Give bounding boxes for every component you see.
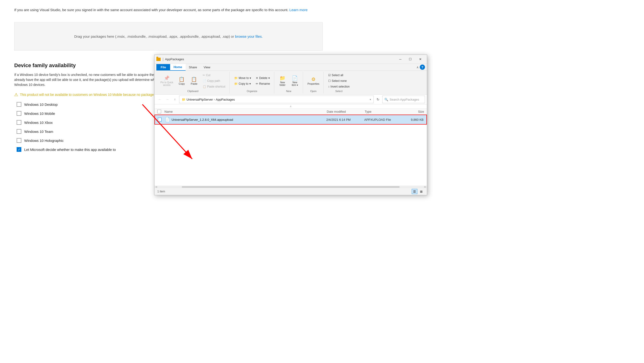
file-date: 2/4/2021 6:14 PM [326, 118, 364, 122]
select-none-icon: ☐ [328, 79, 331, 82]
cut-icon: ✂ [203, 74, 205, 77]
delete-label: Delete [259, 76, 268, 80]
title-bar-controls: ─ ☐ ✕ [396, 56, 425, 63]
table-row[interactable]: 📄 UniversalFtpServer_1.2.8.0_X64.appxupl… [154, 114, 427, 124]
new-folder-label: Newfolder [280, 81, 286, 86]
properties-icon: ⚙ [311, 77, 316, 82]
header-checkbox[interactable] [157, 110, 164, 114]
horizontal-scrollbar[interactable] [154, 186, 427, 188]
select-all-label: Select all [332, 74, 343, 77]
paste-shortcut-button[interactable]: 📋 Paste shortcut [200, 84, 228, 89]
back-button[interactable]: ← [156, 96, 163, 103]
device-label: Windows 10 Team [24, 130, 53, 134]
device-checkbox-let-microsoft[interactable]: ✓ [16, 147, 21, 152]
item-count: 1 item [157, 190, 165, 193]
file-list-header: Name Date modified Type Size [154, 109, 427, 114]
move-to-label: Move to [239, 76, 249, 80]
up-button[interactable]: ↑ [172, 96, 178, 103]
ribbon-group-open: ⚙ Properties Open [304, 72, 324, 94]
ribbon-nav-up[interactable]: ∧ [416, 66, 419, 69]
device-label: Windows 10 Mobile [24, 112, 55, 116]
scroll-left-indicator [156, 186, 157, 188]
ribbon-group-new: 📁 Newfolder 📄 Newitem ▾ New [275, 72, 303, 94]
copy-to-chevron: ▾ [250, 82, 251, 86]
address-dropdown-chevron[interactable]: ▾ [370, 98, 371, 101]
help-button[interactable]: ? [420, 64, 425, 70]
paste-button[interactable]: 📋 Paste [188, 76, 200, 86]
address-path[interactable]: 📁 UniversalFtpServer › AppPackages ▾ [179, 96, 374, 103]
column-header-size[interactable]: Size [400, 110, 424, 114]
pin-icon: 📌 [164, 76, 170, 80]
title-bar-separator: | [162, 57, 164, 62]
column-header-type[interactable]: Type [365, 110, 400, 114]
learn-more-link[interactable]: Learn more [290, 8, 308, 12]
tab-share[interactable]: Share [186, 64, 200, 70]
column-header-date[interactable]: Date modified [327, 110, 365, 114]
paste-icon: 📋 [191, 77, 197, 82]
drop-zone: Drag your packages here (.msix, .msixbun… [14, 22, 323, 50]
copy-to-icon: 📁 [234, 82, 238, 86]
large-icon-view-button[interactable]: ⊞ [418, 189, 424, 194]
file-size: 9,860 KB [400, 118, 424, 122]
copy-path-label: Copy path [207, 79, 220, 82]
new-item-button[interactable]: 📄 Newitem ▾ [289, 74, 301, 88]
search-icon: 🔍 [384, 98, 388, 101]
refresh-button[interactable]: ↻ [375, 96, 381, 103]
window-title: AppPackages [165, 58, 184, 61]
file-list-body: 📄 UniversalFtpServer_1.2.8.0_X64.appxupl… [154, 114, 427, 186]
pin-to-quick-access-button[interactable]: 📌 Pin to Quickaccess [158, 74, 175, 88]
minimize-button[interactable]: ─ [396, 56, 405, 63]
copy-path-button[interactable]: 📄 Copy path [200, 78, 228, 84]
device-checkbox-desktop[interactable] [16, 102, 21, 107]
path-part-2: AppPackages [216, 98, 235, 101]
info-banner: If you are using Visual Studio, be sure … [14, 7, 318, 13]
invert-selection-button[interactable]: ↕ Invert selection [326, 84, 352, 89]
open-items: ⚙ Properties [306, 72, 322, 89]
new-folder-button[interactable]: 📁 Newfolder [277, 74, 288, 88]
warning-icon: ⚠ [14, 92, 18, 97]
device-checkbox-xbox[interactable] [16, 120, 21, 125]
address-bar: ← → ↑ 📁 UniversalFtpServer › AppPackages… [154, 95, 427, 104]
scroll-thumb[interactable] [182, 186, 400, 188]
select-all-button[interactable]: ☑ Select all [326, 72, 352, 78]
file-name: UniversalFtpServer_1.2.8.0_X64.appxuploa… [172, 118, 233, 122]
cut-button[interactable]: ✂ Cut [200, 72, 228, 78]
copy-to-button[interactable]: 📁 Copy to ▾ [232, 81, 254, 86]
ribbon: File Home Share View ∧ ? 📌 Pin to Quicka… [154, 64, 427, 95]
copy-path-icon: 📄 [203, 79, 206, 82]
folder-icon [156, 58, 161, 61]
delete-chevron: ▾ [268, 76, 270, 80]
ribbon-tabs: File Home Share View ∧ ? [154, 64, 427, 71]
ribbon-nav: ∧ ? [416, 64, 425, 70]
paste-label: Paste [191, 82, 198, 85]
search-box[interactable]: 🔍 Search AppPackages [382, 96, 425, 103]
maximize-button[interactable]: ☐ [406, 56, 415, 63]
properties-button[interactable]: ⚙ Properties [306, 76, 322, 86]
forward-button[interactable]: → [164, 96, 170, 103]
device-label: Windows 10 Holographic [24, 138, 64, 142]
details-view-button[interactable]: ☰ [412, 189, 418, 194]
file-name-cell: 📄 UniversalFtpServer_1.2.8.0_X64.appxupl… [165, 117, 326, 122]
clipboard-group-label: Clipboard [187, 90, 198, 92]
device-label: Let Microsoft decide whether to make thi… [24, 148, 116, 152]
move-to-button[interactable]: 📁 Move to ▾ [232, 76, 254, 81]
tab-home[interactable]: Home [170, 64, 185, 71]
scroll-right-indicator [424, 186, 426, 188]
delete-button[interactable]: ✕ Delete ▾ [254, 76, 272, 81]
column-header-name[interactable]: Name [164, 110, 327, 114]
device-checkbox-team[interactable] [16, 129, 21, 134]
copy-button[interactable]: 📋 Copy [176, 76, 188, 86]
device-checkbox-mobile[interactable] [16, 111, 21, 116]
device-checkbox-holographic[interactable] [16, 138, 21, 143]
row-checkbox[interactable] [158, 118, 165, 122]
select-none-button[interactable]: ☐ Select none [326, 78, 352, 84]
browse-files-link[interactable]: browse your files. [235, 34, 263, 38]
tab-file[interactable]: File [156, 64, 170, 70]
file-icon: 📄 [165, 117, 170, 122]
move-to-chevron: ▾ [250, 76, 251, 80]
tab-view[interactable]: View [200, 64, 214, 70]
close-button[interactable]: ✕ [416, 56, 425, 63]
copy-to-label: Copy to [239, 82, 248, 86]
rename-button[interactable]: ✏ Rename [254, 81, 272, 86]
ribbon-group-select: ☑ Select all ☐ Select none ↕ Invert sele… [324, 72, 354, 94]
